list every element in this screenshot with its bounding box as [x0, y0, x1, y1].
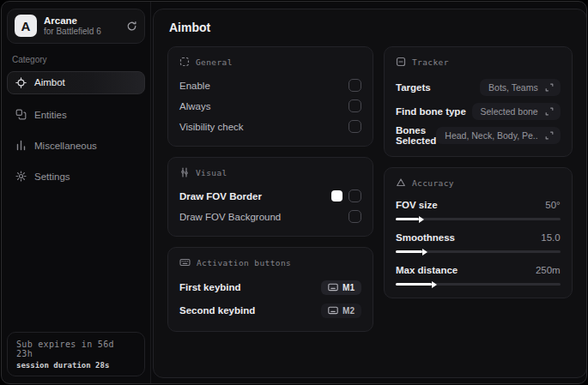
app-name: Arcane	[44, 15, 101, 27]
expand-icon	[545, 107, 554, 116]
general-card-title: General	[196, 57, 233, 67]
setting-label: Visibility check	[179, 122, 244, 132]
keyboard-icon	[328, 306, 338, 315]
sidebar-item-miscellaneous[interactable]: Miscellaneous	[7, 135, 145, 157]
slider-fill	[396, 250, 422, 253]
setting-row-first-keybind: First keybind M1	[179, 277, 361, 298]
sidebar-item-label: Aimbot	[34, 77, 65, 87]
category-label: Category	[12, 55, 140, 64]
sidebar-item-settings[interactable]: Settings	[7, 165, 145, 188]
setting-label: Always	[179, 101, 210, 111]
dropdown-value: Bots, Teams	[488, 82, 538, 93]
sidebar-spacer	[7, 196, 145, 332]
sidebar-item-entities[interactable]: Entities	[7, 104, 145, 126]
find-bone-type-dropdown[interactable]: Selected bone	[472, 103, 561, 120]
sliders-icon	[179, 167, 190, 177]
keybind-value: M1	[342, 283, 355, 292]
setting-label: Draw FOV Border	[179, 191, 262, 202]
refresh-icon[interactable]	[126, 21, 137, 32]
accuracy-card-title: Accuracy	[412, 178, 454, 188]
setting-row-draw-fov-border: Draw FOV Border	[179, 187, 361, 205]
general-card: General Enable Always Visibility check	[167, 46, 373, 147]
accuracy-card: Accuracy FOV size 50°	[384, 167, 573, 298]
left-column: General Enable Always Visibility check	[167, 46, 373, 342]
slider-label: Smoothness	[396, 232, 455, 243]
slider-label: FOV size	[396, 200, 438, 210]
sidebar-item-label: Settings	[34, 171, 70, 182]
sidebar-item-label: Miscellaneous	[34, 141, 97, 151]
setting-row-always: Always	[179, 97, 361, 115]
second-keybind-button[interactable]: M2	[321, 304, 361, 318]
sidebar-item-aimbot[interactable]: Aimbot	[7, 71, 145, 94]
smoothness-slider[interactable]	[396, 250, 561, 253]
fov-border-color-swatch[interactable]	[331, 190, 342, 202]
sidebar: A Arcane for Battlefield 6 Category Aimb	[2, 2, 151, 383]
page-title: Aimbot	[169, 21, 571, 34]
tracker-card: Tracker Targets Bots, Teams	[384, 46, 573, 157]
activation-card: Activation buttons First keybind	[167, 247, 373, 332]
bones-selected-dropdown[interactable]: Head, Neck, Body, Pe..	[436, 127, 560, 144]
minus-square-icon	[396, 57, 406, 67]
setting-row-draw-fov-background: Draw FOV Background	[179, 208, 361, 226]
slider-thumb[interactable]	[432, 281, 437, 288]
general-icon	[179, 57, 190, 67]
subscription-expiry: Sub expires in 56d 23h	[16, 340, 136, 358]
setting-label: Targets	[396, 82, 431, 93]
setting-row-bones-selected: Bones Selected Head, Neck, Body, Pe..	[396, 124, 561, 146]
app-subtitle: for Battlefield 6	[44, 27, 101, 38]
sidebar-item-label: Entities	[34, 110, 67, 120]
slider-fill	[396, 218, 419, 220]
app-window: A Arcane for Battlefield 6 Category Aimb	[1, 1, 587, 384]
fov-size-slider[interactable]	[396, 218, 561, 220]
max-distance-slider-group: Max distance 250m	[396, 262, 561, 286]
general-card-header: General	[179, 57, 361, 67]
keybind-value: M2	[342, 306, 355, 316]
app-logo: A	[15, 15, 37, 37]
visual-card-title: Visual	[196, 168, 227, 177]
setting-label: First keybind	[179, 282, 241, 292]
enable-checkbox[interactable]	[349, 79, 361, 92]
tracker-card-header: Tracker	[396, 57, 561, 67]
setting-row-visibility-check: Visibility check	[179, 117, 361, 135]
first-keybind-button[interactable]: M1	[321, 280, 361, 295]
setting-row-second-keybind: Second keybind M2	[179, 300, 361, 321]
always-checkbox[interactable]	[349, 99, 361, 112]
main-panel: Aimbot General	[153, 9, 587, 378]
visibility-check-checkbox[interactable]	[349, 120, 361, 133]
main-wrap: Aimbot General	[151, 2, 587, 383]
setting-row-enable: Enable	[179, 76, 361, 94]
subscription-card: Sub expires in 56d 23h session duration …	[7, 332, 145, 376]
expand-icon	[545, 83, 554, 92]
setting-row-find-bone-type: Find bone type Selected bone	[396, 100, 561, 122]
accuracy-card-header: Accuracy	[396, 177, 561, 188]
dropdown-value: Head, Neck, Body, Pe..	[445, 130, 537, 141]
smoothness-slider-group: Smoothness 15.0	[396, 230, 561, 253]
right-column: Tracker Targets Bots, Teams	[384, 46, 573, 309]
targets-dropdown[interactable]: Bots, Teams	[480, 79, 561, 96]
visual-card-header: Visual	[179, 167, 361, 177]
slider-value: 250m	[536, 265, 561, 275]
gear-icon	[15, 171, 27, 182]
session-duration: session duration 28s	[16, 361, 136, 370]
setting-label: Second keybind	[179, 305, 255, 316]
setting-label: Bones Selected	[396, 125, 436, 146]
expand-icon	[545, 131, 554, 140]
keyboard-icon	[179, 257, 191, 268]
slider-value: 15.0	[541, 232, 560, 243]
setting-label: Draw FOV Background	[179, 212, 281, 222]
slider-label: Max distance	[396, 265, 458, 275]
draw-fov-border-checkbox[interactable]	[349, 189, 361, 202]
tracker-card-title: Tracker	[412, 57, 449, 67]
slider-fill	[396, 283, 432, 286]
slider-thumb[interactable]	[422, 249, 427, 256]
setting-label: Find bone type	[396, 106, 466, 117]
max-distance-slider[interactable]	[396, 283, 561, 286]
app-identity: Arcane for Battlefield 6	[44, 15, 101, 38]
slider-thumb[interactable]	[419, 216, 424, 223]
draw-fov-background-checkbox[interactable]	[349, 210, 361, 223]
keyboard-icon	[328, 283, 338, 292]
setting-label: Enable	[179, 81, 210, 91]
setting-row-targets: Targets Bots, Teams	[396, 76, 561, 98]
app-logo-card: A Arcane for Battlefield 6	[7, 9, 145, 44]
accuracy-icon	[396, 177, 406, 188]
